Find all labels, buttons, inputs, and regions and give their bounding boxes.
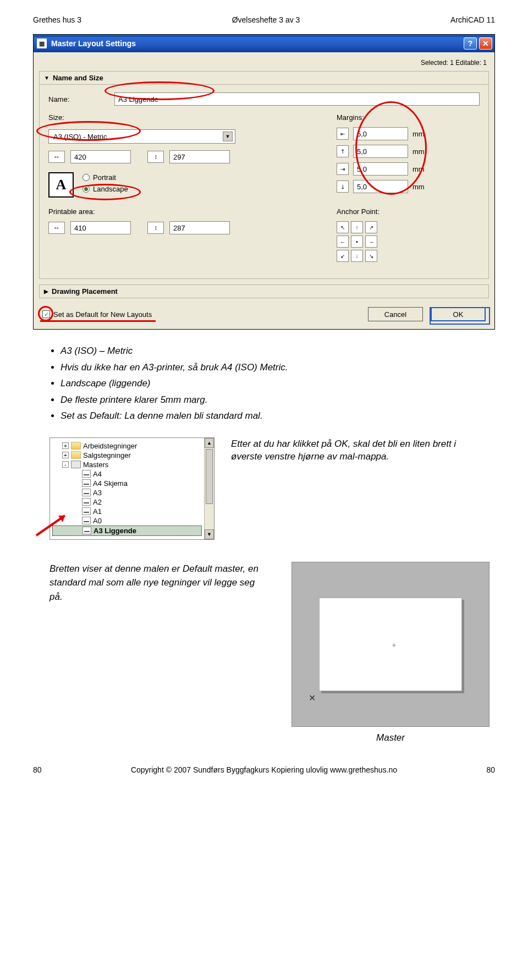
footer-page-left: 80 (33, 765, 42, 774)
unit-label: mm (413, 183, 425, 191)
masters-icon (71, 461, 81, 468)
tree-item-master[interactable]: A4 (52, 469, 202, 479)
annotation-underline-default (40, 320, 156, 322)
anchor-cell[interactable]: ↓ (351, 250, 363, 262)
printable-width-icon: ↔ (48, 222, 65, 234)
tree-label: A1 (93, 507, 102, 516)
section-name-and-size-header[interactable]: ▼ Name and Size (39, 71, 489, 85)
scroll-down-icon[interactable]: ▼ (205, 529, 214, 539)
tree-item-master[interactable]: A3 (52, 488, 202, 497)
margins-label: Margins: (337, 113, 480, 122)
portrait-radio[interactable]: Portrait (82, 173, 128, 182)
dropdown-icon: ▼ (223, 132, 233, 141)
tree-item-master-selected[interactable]: A3 Liggende (52, 525, 202, 536)
anchor-cell[interactable]: ↙ (337, 250, 349, 262)
radio-icon-selected (82, 185, 90, 193)
master-layout-icon (82, 507, 91, 515)
selection-status: Selected: 1 Editable: 1 (39, 57, 489, 71)
landscape-radio[interactable]: Landscape (82, 185, 128, 193)
scroll-thumb[interactable] (206, 449, 213, 504)
name-input[interactable]: A3 Liggende (114, 92, 480, 106)
thumbnail-label: Master (292, 732, 490, 743)
tree-label: Salgstegninger (83, 451, 131, 459)
anchor-cell[interactable]: ↗ (365, 221, 377, 233)
header-center: Øvelseshefte 3 av 3 (232, 15, 300, 24)
header-right: ArchiCAD 11 (450, 15, 495, 24)
folder-icon (71, 451, 81, 459)
cancel-button[interactable]: Cancel (368, 307, 423, 321)
printable-height-input[interactable]: 287 (169, 221, 230, 234)
doc-header: Grethes hus 3 Øvelseshefte 3 av 3 ArchiC… (33, 15, 495, 24)
bullet-list: A3 (ISO) – Metric Hvis du ikke har en A3… (61, 344, 490, 423)
anchor-cell[interactable]: • (351, 236, 363, 248)
anchor-cell[interactable]: → (365, 236, 377, 248)
margins-group: ⇤ 5,0 mm ⤒ 5,0 mm ⇥ 5,0 (337, 127, 480, 193)
size-select[interactable]: A3 (ISO) - Metric ▼ (48, 129, 235, 144)
tree-item-master[interactable]: A1 (52, 507, 202, 516)
tree-label: A2 (93, 498, 102, 506)
margin-top-input[interactable]: 5,0 (353, 145, 408, 158)
size-value: A3 (ISO) - Metric (53, 133, 107, 141)
printable-width-input[interactable]: 410 (70, 221, 131, 234)
scroll-track (205, 505, 214, 529)
close-button[interactable]: ✕ (479, 37, 492, 50)
scroll-up-icon[interactable]: ▲ (205, 438, 214, 448)
app-icon: ▦ (37, 39, 47, 48)
margin-left-input[interactable]: 5,0 (353, 127, 408, 140)
header-left: Grethes hus 3 (33, 15, 81, 24)
printable-label: Printable area: (48, 207, 337, 216)
scrollbar[interactable]: ▲ ▼ (204, 438, 214, 539)
printable-height-icon: ↕ (147, 222, 164, 234)
anchor-cell[interactable]: ← (337, 236, 349, 248)
navigator-tree-screenshot: + Arbeidstegninger + Salgstegninger - Ma… (50, 437, 215, 540)
tree-label: A3 (93, 489, 102, 497)
collapse-icon[interactable]: - (62, 461, 69, 468)
anchor-point-grid[interactable]: ↖ ↑ ↗ ← • → ↙ ↓ ↘ (337, 221, 480, 262)
expand-icon[interactable]: + (62, 452, 69, 458)
landscape-label: Landscape (93, 185, 128, 193)
footer-center: Copyright © 2007 Sundførs Byggfagkurs Ko… (131, 765, 397, 774)
margin-bottom-input[interactable]: 5,0 (353, 180, 408, 193)
bottom-paragraph: Bretten viser at denne malen er Default … (50, 562, 270, 604)
default-checkbox[interactable]: ✓ (42, 310, 50, 318)
section-drawing-placement-header[interactable]: ▶ Drawing Placement (39, 284, 489, 298)
unit-label: mm (413, 165, 425, 173)
tree-caption: Etter at du har klikket på OK, skal det … (231, 437, 490, 464)
bullet-item: De fleste printere klarer 5mm marg. (61, 393, 490, 407)
thumbnail-fold-mark: ✕ (309, 693, 316, 703)
section-title: Name and Size (53, 74, 103, 82)
tree-label: A4 (93, 470, 102, 478)
height-input[interactable]: 297 (169, 150, 230, 163)
margin-right-input[interactable]: 5,0 (353, 162, 408, 176)
name-value: A3 Liggende (118, 95, 158, 103)
tree-item-folder[interactable]: + Salgstegninger (52, 451, 202, 460)
tree-label: A0 (93, 517, 102, 525)
tree-item-master[interactable]: A4 Skjema (52, 479, 202, 488)
anchor-cell[interactable]: ↑ (351, 221, 363, 233)
folder-icon (71, 442, 81, 450)
orientation-preview: A (48, 172, 74, 198)
portrait-label: Portrait (93, 173, 116, 182)
help-button[interactable]: ? (464, 37, 477, 50)
width-value: 420 (74, 153, 86, 161)
thumbnail-paper (319, 598, 462, 691)
tree-item-folder[interactable]: + Arbeidstegninger (52, 441, 202, 451)
expand-icon: ▶ (44, 288, 48, 294)
ok-button[interactable]: OK (431, 307, 486, 321)
tree-item-masters[interactable]: - Masters (52, 460, 202, 469)
annotation-arrow (34, 510, 73, 538)
radio-icon (82, 174, 90, 181)
collapse-icon: ▼ (44, 75, 50, 81)
tree-item-master[interactable]: A2 (52, 497, 202, 507)
tree-item-master[interactable]: A0 (52, 516, 202, 525)
size-label: Size: (48, 113, 114, 122)
anchor-cell[interactable]: ↖ (337, 221, 349, 233)
tree-label: A3 Liggende (94, 527, 136, 535)
width-input[interactable]: 420 (70, 150, 131, 163)
dialog-screenshot: ▦ Master Layout Settings ? ✕ Selected: 1… (33, 34, 495, 330)
anchor-cell[interactable]: ↘ (365, 250, 377, 262)
expand-icon[interactable]: + (62, 442, 69, 449)
tree-label: Masters (83, 461, 108, 469)
height-icon: ↕ (147, 151, 164, 163)
master-thumbnail: ✕ (292, 562, 490, 727)
